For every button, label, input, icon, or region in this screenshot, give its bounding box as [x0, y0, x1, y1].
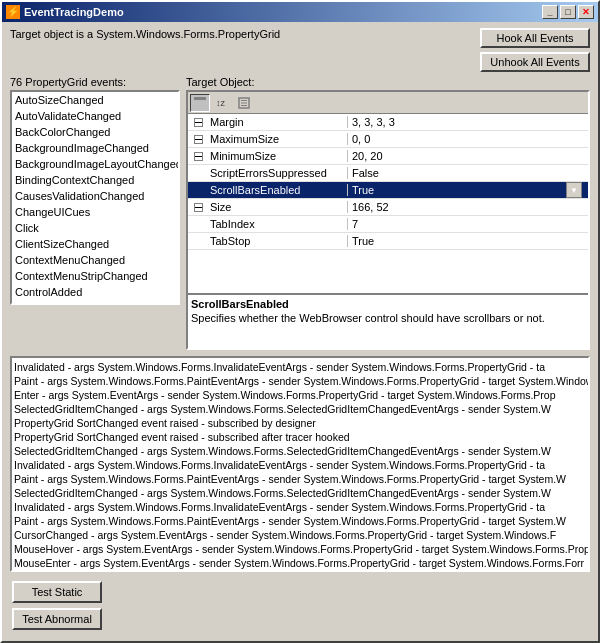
property-row[interactable]: Margin3, 3, 3, 3 — [188, 114, 588, 131]
log-line: Invalidated - args System.Windows.Forms.… — [14, 360, 586, 374]
property-row[interactable]: TabStopTrue — [188, 233, 588, 250]
title-bar: ⚡ EventTracingDemo _ □ ✕ — [2, 2, 598, 22]
main-panels: 76 PropertyGrid events: AutoSizeChangedA… — [10, 76, 590, 350]
property-key: MinimumSize — [208, 150, 348, 162]
log-line: PropertyGrid SortChanged event raised - … — [14, 430, 586, 444]
property-value: True▼ — [348, 182, 588, 198]
log-line: SelectedGridItemChanged - args System.Wi… — [14, 486, 586, 500]
property-key: Size — [208, 201, 348, 213]
log-line: Paint - args System.Windows.Forms.PaintE… — [14, 374, 586, 388]
log-line: MouseEnter - args System.EventArgs - sen… — [14, 556, 586, 570]
expand-icon[interactable] — [188, 152, 208, 161]
expand-icon[interactable] — [188, 203, 208, 212]
log-line: PropertyGrid SortChanged event raised - … — [14, 416, 586, 430]
hook-all-button[interactable]: Hook All Events — [480, 28, 590, 48]
top-row: Target object is a System.Windows.Forms.… — [10, 28, 590, 72]
test-abnormal-button[interactable]: Test Abnormal — [12, 608, 102, 630]
event-list-item[interactable]: Click — [12, 220, 178, 236]
alphabetical-icon: ↕z — [215, 96, 229, 110]
event-list-item[interactable]: BackgroundImageLayoutChanged — [12, 156, 178, 172]
events-list: AutoSizeChangedAutoValidateChangedBackCo… — [12, 92, 178, 305]
event-list-item[interactable]: BackgroundImageChanged — [12, 140, 178, 156]
property-row[interactable]: TabIndex7 — [188, 216, 588, 233]
property-value: 0, 0 — [348, 133, 588, 145]
pg-desc-text: Specifies whether the WebBrowser control… — [191, 312, 585, 325]
property-grid: ↕z Margin3, 3, — [186, 90, 590, 350]
log-line: MouseLeave - args System.EventArgs - sen… — [14, 570, 586, 572]
property-key: TabIndex — [208, 218, 348, 230]
log-line: Invalidated - args System.Windows.Forms.… — [14, 500, 586, 514]
svg-rect-2 — [194, 104, 206, 106]
log-panel: Invalidated - args System.Windows.Forms.… — [10, 356, 590, 572]
categorized-icon — [193, 96, 207, 110]
left-panel: 76 PropertyGrid events: AutoSizeChangedA… — [10, 76, 180, 350]
event-list-item[interactable]: AutoSizeChanged — [12, 92, 178, 108]
svg-text:↕z: ↕z — [216, 98, 226, 108]
property-value: True — [348, 235, 588, 247]
svg-rect-7 — [241, 102, 247, 103]
top-buttons: Hook All Events Unhook All Events — [480, 28, 590, 72]
events-listbox[interactable]: AutoSizeChangedAutoValidateChangedBackCo… — [10, 90, 180, 305]
right-panel: Target Object: — [186, 76, 590, 350]
pg-description: ScrollBarsEnabled Specifies whether the … — [188, 293, 588, 348]
svg-rect-3 — [194, 106, 206, 108]
svg-rect-6 — [241, 100, 247, 101]
event-list-item[interactable]: AutoValidateChanged — [12, 108, 178, 124]
property-value: 3, 3, 3, 3 — [348, 116, 588, 128]
pg-property-pages-btn[interactable] — [234, 94, 254, 112]
event-list-item[interactable]: ClientSizeChanged — [12, 236, 178, 252]
pg-desc-title: ScrollBarsEnabled — [191, 298, 585, 310]
event-list-item[interactable]: CausesValidationChanged — [12, 188, 178, 204]
pg-alphabetical-btn[interactable]: ↕z — [212, 94, 232, 112]
minimize-button[interactable]: _ — [542, 5, 558, 19]
property-row[interactable]: Size166, 52 — [188, 199, 588, 216]
top-label: Target object is a System.Windows.Forms.… — [10, 28, 280, 40]
property-table[interactable]: Margin3, 3, 3, 3MaximumSize0, 0MinimumSi… — [188, 114, 588, 293]
property-dropdown-btn[interactable]: ▼ — [566, 182, 582, 198]
log-box[interactable]: Invalidated - args System.Windows.Forms.… — [10, 356, 590, 572]
event-list-item[interactable]: ControlRemoved — [12, 300, 178, 305]
window-title: EventTracingDemo — [24, 6, 542, 18]
test-static-button[interactable]: Test Static — [12, 581, 102, 603]
property-row[interactable]: ScrollBarsEnabledTrue▼ — [188, 182, 588, 199]
event-list-item[interactable]: ContextMenuChanged — [12, 252, 178, 268]
svg-rect-1 — [194, 101, 206, 103]
log-line: Invalidated - args System.Windows.Forms.… — [14, 458, 586, 472]
log-line: SelectedGridItemChanged - args System.Wi… — [14, 444, 586, 458]
expand-icon[interactable] — [188, 135, 208, 144]
title-bar-buttons: _ □ ✕ — [542, 5, 594, 19]
log-line: Enter - args System.EventArgs - sender S… — [14, 388, 586, 402]
property-value: 20, 20 — [348, 150, 588, 162]
property-key: ScrollBarsEnabled — [208, 184, 348, 196]
expand-icon[interactable] — [188, 118, 208, 127]
property-value: 7 — [348, 218, 588, 230]
event-list-item[interactable]: ContextMenuStripChanged — [12, 268, 178, 284]
maximize-button[interactable]: □ — [560, 5, 576, 19]
svg-rect-8 — [241, 105, 247, 106]
event-list-item[interactable]: BindingContextChanged — [12, 172, 178, 188]
unhook-all-button[interactable]: Unhook All Events — [480, 52, 590, 72]
app-icon: ⚡ — [6, 5, 20, 19]
property-key: MaximumSize — [208, 133, 348, 145]
property-row[interactable]: MinimumSize20, 20 — [188, 148, 588, 165]
property-pages-icon — [237, 96, 251, 110]
log-line: CursorChanged - args System.EventArgs - … — [14, 528, 586, 542]
property-key: Margin — [208, 116, 348, 128]
target-label: Target Object: — [186, 76, 590, 88]
close-button[interactable]: ✕ — [578, 5, 594, 19]
property-row[interactable]: ScriptErrorsSuppressedFalse — [188, 165, 588, 182]
svg-rect-0 — [194, 97, 206, 100]
main-window: ⚡ EventTracingDemo _ □ ✕ Target object i… — [0, 0, 600, 643]
event-list-item[interactable]: BackColorChanged — [12, 124, 178, 140]
property-key: TabStop — [208, 235, 348, 247]
property-row[interactable]: MaximumSize0, 0 — [188, 131, 588, 148]
property-value: 166, 52 — [348, 201, 588, 213]
pg-toolbar: ↕z — [188, 92, 588, 114]
event-list-item[interactable]: ControlAdded — [12, 284, 178, 300]
property-value: False — [348, 167, 588, 179]
property-key: ScriptErrorsSuppressed — [208, 167, 348, 179]
pg-categorized-btn[interactable] — [190, 94, 210, 112]
log-line: Paint - args System.Windows.Forms.PaintE… — [14, 514, 586, 528]
event-list-item[interactable]: ChangeUICues — [12, 204, 178, 220]
log-line: SelectedGridItemChanged - args System.Wi… — [14, 402, 586, 416]
